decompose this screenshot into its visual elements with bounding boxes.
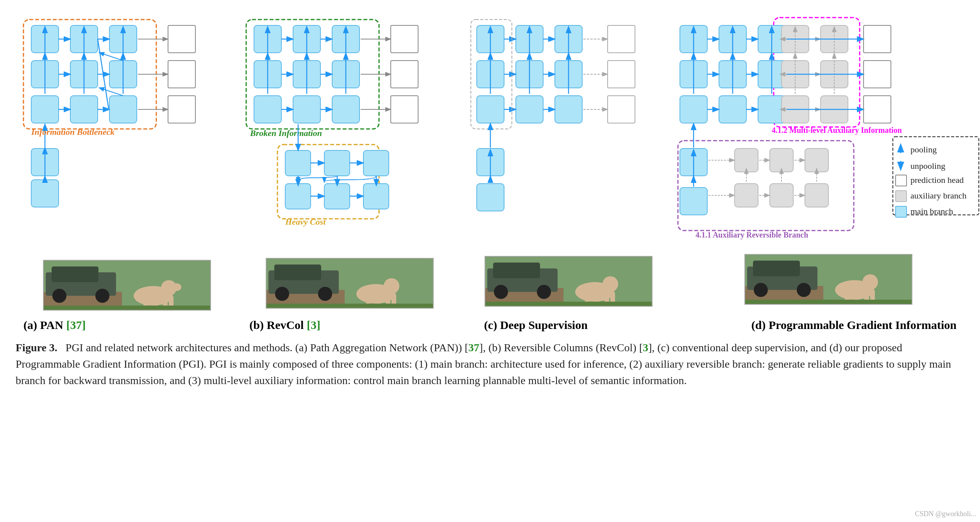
svg-rect-33 — [31, 180, 59, 207]
svg-rect-50 — [44, 306, 211, 311]
svg-point-41 — [52, 289, 66, 303]
svg-rect-85 — [324, 184, 350, 209]
svg-text:main branch: main branch — [910, 206, 953, 216]
svg-point-146 — [494, 285, 508, 299]
svg-point-237 — [862, 274, 878, 290]
caption-deep-sup-text: (c) Deep Supervision — [484, 318, 588, 331]
svg-rect-82 — [324, 150, 350, 176]
svg-rect-12 — [31, 96, 59, 123]
pan-dog-image — [43, 260, 211, 311]
caption-revcol-text: (b) RevCol — [249, 318, 307, 331]
svg-rect-59 — [293, 96, 320, 123]
svg-rect-242 — [745, 300, 912, 305]
caption-pan-text: (a) PAN — [23, 318, 66, 331]
caption-revcol-ref: [3] — [307, 318, 320, 331]
svg-rect-116 — [516, 96, 543, 123]
svg-rect-200 — [680, 188, 707, 215]
deep-sup-dog-image — [485, 256, 653, 307]
ref-3: 3 — [643, 341, 648, 354]
svg-rect-204 — [770, 148, 793, 172]
svg-point-235 — [797, 283, 811, 297]
svg-rect-99 — [274, 265, 321, 280]
svg-rect-145 — [493, 263, 540, 278]
svg-rect-207 — [770, 184, 793, 207]
svg-rect-131 — [608, 61, 635, 88]
svg-text:4.1.1 Auxiliary Reversible Bra: 4.1.1 Auxiliary Reversible Branch — [696, 231, 808, 240]
svg-rect-139 — [477, 184, 504, 211]
revcol-svg: Broken Information — [238, 16, 461, 258]
svg-point-234 — [754, 283, 768, 297]
svg-text:Information Bottleneck: Information Bottleneck — [31, 127, 114, 137]
svg-rect-108 — [266, 304, 434, 309]
svg-rect-81 — [285, 150, 311, 176]
svg-rect-75 — [391, 96, 418, 123]
figure-caption: Figure 3. PGI and related network archit… — [16, 340, 964, 389]
revcol-dog-image — [266, 258, 434, 309]
svg-rect-194 — [864, 61, 891, 88]
svg-text:Broken Information: Broken Information — [250, 128, 322, 138]
svg-point-147 — [537, 285, 551, 299]
svg-rect-83 — [363, 150, 389, 176]
svg-rect-117 — [555, 96, 582, 123]
svg-rect-195 — [864, 96, 891, 123]
svg-rect-224 — [896, 175, 907, 186]
pan-svg: Information Bottleneck — [16, 16, 238, 258]
svg-point-101 — [318, 287, 332, 301]
svg-text:unpooling: unpooling — [910, 161, 945, 171]
diagram-deep-sup — [461, 16, 676, 307]
svg-rect-203 — [735, 148, 758, 172]
svg-rect-86 — [363, 184, 389, 209]
watermark: CSDN @gworkholi... — [915, 510, 976, 518]
svg-point-149 — [603, 276, 618, 292]
svg-text:auxiliary branch: auxiliary branch — [910, 191, 967, 200]
svg-rect-115 — [477, 96, 504, 123]
svg-rect-206 — [735, 184, 758, 207]
svg-rect-73 — [391, 25, 418, 53]
svg-rect-60 — [332, 96, 359, 123]
pgi-svg: 4.1.2 Multi-level Auxiliary Information — [676, 16, 980, 258]
svg-point-103 — [384, 278, 399, 294]
svg-rect-154 — [485, 302, 653, 307]
caption-deep-sup: (c) Deep Supervision — [484, 318, 588, 332]
deep-sup-svg — [461, 16, 676, 258]
svg-rect-74 — [391, 61, 418, 88]
ref-37: 37 — [469, 341, 479, 354]
svg-rect-25 — [168, 25, 195, 53]
svg-rect-205 — [805, 148, 828, 172]
svg-rect-40 — [52, 266, 98, 282]
svg-rect-226 — [896, 191, 907, 202]
svg-point-42 — [95, 289, 109, 303]
caption-pgi-text: (d) Programmable Gradient Information — [751, 318, 957, 331]
svg-point-100 — [275, 287, 289, 301]
svg-text:4.1.2 Multi-level Auxiliary In: 4.1.2 Multi-level Auxiliary Information — [772, 126, 902, 135]
diagram-pan: Information Bottleneck — [16, 16, 238, 311]
svg-text:prediction head: prediction head — [910, 175, 964, 185]
diagram-revcol: Broken Information — [238, 16, 461, 309]
svg-rect-208 — [805, 184, 828, 207]
svg-rect-26 — [168, 61, 195, 88]
svg-point-49 — [172, 283, 181, 291]
diagram-pgi: 4.1.2 Multi-level Auxiliary Information — [676, 16, 980, 305]
svg-rect-84 — [285, 184, 311, 209]
caption-pan: (a) PAN [37] — [23, 318, 86, 332]
captions-row: (a) PAN [37] (b) RevCol [3] (c) Deep Sup… — [16, 318, 964, 332]
caption-revcol: (b) RevCol [3] — [249, 318, 320, 332]
svg-line-23 — [100, 53, 123, 61]
pgi-dog-image — [744, 254, 912, 305]
svg-rect-58 — [254, 96, 281, 123]
svg-text:Heavy Cost: Heavy Cost — [285, 217, 326, 227]
svg-rect-14 — [109, 96, 137, 123]
svg-rect-193 — [864, 25, 891, 53]
svg-rect-27 — [168, 96, 195, 123]
svg-rect-132 — [608, 96, 635, 123]
svg-rect-163 — [719, 96, 746, 123]
svg-text:pooling: pooling — [910, 145, 937, 154]
svg-rect-13 — [70, 96, 98, 123]
svg-rect-162 — [680, 96, 707, 123]
svg-rect-130 — [608, 25, 635, 53]
figure-label: Figure 3. — [16, 341, 57, 354]
caption-pan-ref: [37] — [66, 318, 86, 331]
diagrams-row: Information Bottleneck — [16, 12, 964, 315]
svg-rect-228 — [896, 206, 907, 217]
svg-rect-233 — [753, 261, 800, 276]
